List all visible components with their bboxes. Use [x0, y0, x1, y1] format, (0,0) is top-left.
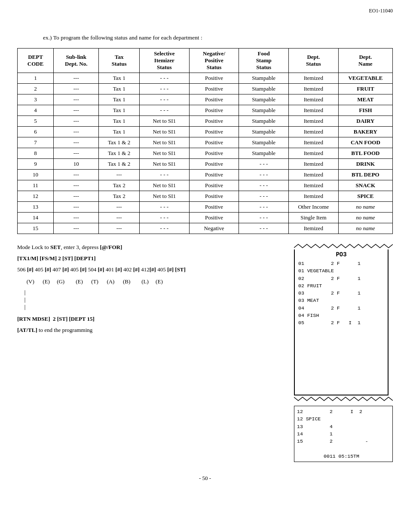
cell-1-2: Tax 1: [99, 84, 140, 94]
cell-2-6: Itemized: [289, 94, 339, 105]
cell-6-6: Itemized: [289, 137, 339, 148]
rtn-line: [RTN MDSE] 2 [ST] [DEPT 15]: [17, 314, 285, 324]
receipt-box: PO3 01 2 F 1 01 VEGETABLE 02 2 F 1 02 FR…: [294, 249, 389, 395]
col-header-foodstamp: FoodStampStatus: [239, 49, 289, 73]
cell-11-3: Net to SI1: [139, 191, 189, 202]
cell-7-5: Stampable: [239, 148, 289, 159]
cell-1-3: - - -: [139, 84, 189, 94]
table-row: 7---Tax 1 & 2Net to SI1PositiveStampable…: [18, 137, 393, 148]
cell-6-0: 7: [18, 137, 54, 148]
cell-1-4: Positive: [189, 84, 239, 94]
cell-6-3: Net to SI1: [139, 137, 189, 148]
table-row: 14------- - -Positive- - -Single Itemno …: [18, 213, 393, 223]
key-labels-line: (V) (E) (G) (E) (T) (A) (B) (L) (E): [22, 277, 285, 286]
cell-9-7: BTL DEPO: [338, 170, 392, 180]
receipt-bottom-section: 12 2 I 2 12 SPICE 13 4 14 1 15 2 - 0011 …: [294, 406, 393, 462]
cell-11-5: - - -: [239, 191, 289, 202]
cell-5-5: Stampable: [239, 127, 289, 137]
cell-7-6: Itemized: [289, 148, 339, 159]
cell-0-3: - - -: [139, 73, 189, 84]
cell-7-0: 8: [18, 148, 54, 159]
col-header-tax: TaxStatus: [99, 49, 140, 73]
cell-7-3: Net to SI1: [139, 148, 189, 159]
table-row: 1---Tax 1- - -PositiveStampableItemizedV…: [18, 73, 393, 84]
cell-1-0: 2: [18, 84, 54, 94]
cell-5-0: 6: [18, 127, 54, 137]
cell-11-4: Positive: [189, 191, 239, 202]
cell-13-0: 14: [18, 213, 54, 223]
cell-7-7: BTL FOOD: [338, 148, 392, 159]
page-number: - 50 -: [17, 475, 393, 482]
cell-2-0: 3: [18, 94, 54, 105]
table-row: 15------- - -Negative- - -Itemizedno nam…: [18, 223, 393, 234]
cell-8-0: 9: [18, 159, 54, 170]
cell-14-7: no name: [338, 223, 392, 234]
cell-3-2: Tax 1: [99, 105, 140, 116]
cell-10-4: Positive: [189, 180, 239, 191]
table-row: 8---Tax 1 & 2Net to SI1PositiveStampable…: [18, 148, 393, 159]
cell-2-1: ---: [54, 94, 99, 105]
receipt-top-wave: [294, 243, 393, 249]
cell-4-1: ---: [54, 116, 99, 127]
cell-3-5: Stampable: [239, 105, 289, 116]
cell-10-0: 11: [18, 180, 54, 191]
cell-0-0: 1: [18, 73, 54, 84]
table-row: 10------- - -Positive- - -ItemizedBTL DE…: [18, 170, 393, 180]
cell-9-5: - - -: [239, 170, 289, 180]
cell-10-5: - - -: [239, 180, 289, 191]
cell-8-7: DRINK: [338, 159, 392, 170]
table-row: 13------- - -Positive- - -Other Incomeno…: [18, 202, 393, 213]
cell-11-1: ---: [54, 191, 99, 202]
cell-11-0: 12: [18, 191, 54, 202]
cell-5-2: Tax 1: [99, 127, 140, 137]
cell-2-2: Tax 1: [99, 94, 140, 105]
cell-0-5: Stampable: [239, 73, 289, 84]
cell-14-1: ---: [54, 223, 99, 234]
cell-0-1: ---: [54, 73, 99, 84]
cell-14-6: Itemized: [289, 223, 339, 234]
cell-11-6: Itemized: [289, 191, 339, 202]
cell-8-2: Tax 1 & 2: [99, 159, 140, 170]
cell-13-5: - - -: [239, 213, 289, 223]
cell-13-7: no name: [338, 213, 392, 223]
cell-13-2: ---: [99, 213, 140, 223]
cell-9-6: Itemized: [289, 170, 339, 180]
cell-8-4: Positive: [189, 159, 239, 170]
cell-3-6: Itemized: [289, 105, 339, 116]
cell-13-1: ---: [54, 213, 99, 223]
key-sequence-line: 506 [#] 405 [#] 407 [#] 405 [#] 504 [#] …: [17, 265, 285, 274]
cell-10-2: Tax 2: [99, 180, 140, 191]
table-row: 6---Tax 1Net to SI1PositiveStampableItem…: [18, 127, 393, 137]
cell-5-7: BAKERY: [338, 127, 392, 137]
doc-id: EO1-11040: [369, 8, 393, 14]
cell-4-0: 5: [18, 116, 54, 127]
cell-6-1: ---: [54, 137, 99, 148]
cell-13-4: Positive: [189, 213, 239, 223]
bottom-left: Mode Lock to SET, enter 3, depress [@/FO…: [17, 243, 285, 462]
cell-4-6: Itemized: [289, 116, 339, 127]
cell-6-4: Positive: [189, 137, 239, 148]
col-header-deptstatus: Dept.Status: [289, 49, 339, 73]
cell-14-2: ---: [99, 223, 140, 234]
mode-lock-line: Mode Lock to SET, enter 3, depress [@/FO…: [17, 243, 285, 252]
cell-9-3: - - -: [139, 170, 189, 180]
cell-1-1: ---: [54, 84, 99, 94]
main-table: DEPTCODE Sub-linkDept. No. TaxStatus Sel…: [17, 48, 393, 234]
cell-12-2: ---: [99, 202, 140, 213]
dotted-lines: ｜｜｜: [22, 289, 285, 310]
cell-12-7: no name: [338, 202, 392, 213]
cell-4-4: Positive: [189, 116, 239, 127]
cell-3-1: ---: [54, 105, 99, 116]
cell-6-7: CAN FOOD: [338, 137, 392, 148]
col-header-dept: DEPTCODE: [18, 49, 54, 73]
receipt-bottom-wave: [294, 395, 393, 402]
bottom-section: Mode Lock to SET, enter 3, depress [@/FO…: [17, 243, 393, 462]
cell-6-5: Stampable: [239, 137, 289, 148]
cell-4-2: Tax 1: [99, 116, 140, 127]
cell-11-7: SPICE: [338, 191, 392, 202]
cell-1-5: Stampable: [239, 84, 289, 94]
cell-4-3: Net to SI1: [139, 116, 189, 127]
receipt-header: PO3: [298, 251, 384, 258]
cell-5-1: ---: [54, 127, 99, 137]
cell-12-1: ---: [54, 202, 99, 213]
